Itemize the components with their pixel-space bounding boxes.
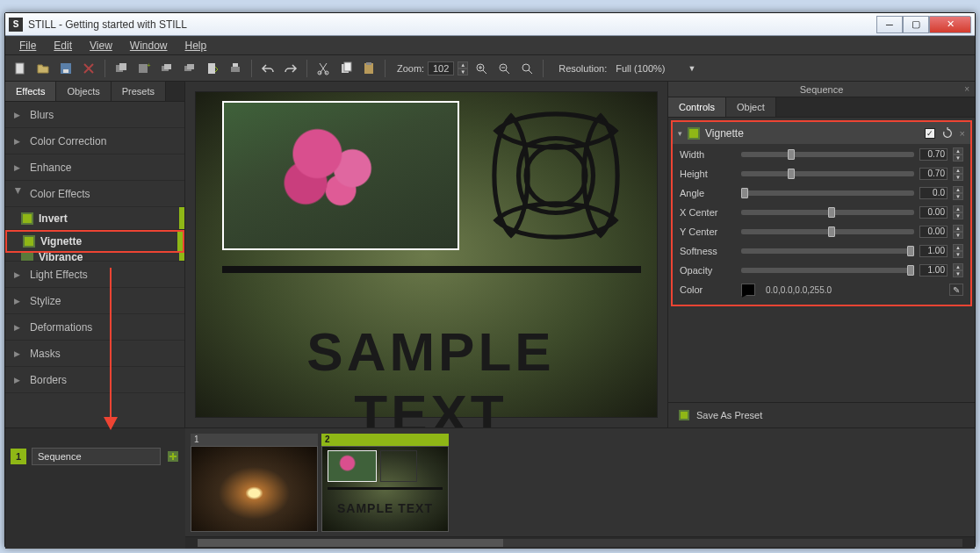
spinner-height[interactable]: ▲▼ [953,167,963,181]
zoom-out-icon[interactable] [494,59,514,78]
sequence-name-input[interactable]: Sequence [32,448,161,465]
tab-objects[interactable]: Objects [56,82,111,101]
effect-enable-checkbox[interactable]: ✓ [925,128,935,139]
slider-width[interactable] [741,152,914,157]
param-ycenter: Y Center 0.00 ▲▼ [673,222,970,241]
effect-icon [688,127,700,140]
color-swatch[interactable]: ▸ [741,284,755,296]
spinner-width[interactable]: ▲▼ [953,147,963,162]
maximize-button[interactable]: ▢ [903,16,929,33]
menu-view[interactable]: View [81,38,121,54]
export-icon[interactable] [203,59,222,78]
slider-softness[interactable] [741,248,914,254]
category-deformations[interactable]: ▶Deformations [5,314,184,341]
undo-icon[interactable] [258,59,277,78]
timeline-thumb-1[interactable]: 1 [191,434,318,532]
redo-icon[interactable] [281,59,300,78]
color-picker-icon[interactable]: ✎ [949,284,963,296]
resolution-dropdown-icon[interactable]: ▼ [688,64,695,73]
spinner-ycenter[interactable]: ▲▼ [953,225,963,239]
print-icon[interactable] [226,59,245,78]
svg-rect-30 [689,129,698,138]
spinner-angle[interactable]: ▲▼ [953,186,963,200]
effect-invert[interactable]: Invert [5,207,184,230]
category-stylize[interactable]: ▶Stylize [5,288,184,314]
svg-rect-2 [63,69,68,73]
category-light-effects[interactable]: ▶Light Effects [5,262,184,288]
resolution-value[interactable]: Full (100%) [610,61,670,75]
close-button[interactable]: ✕ [929,16,971,33]
document-preview: SAMPLE TEXT [196,92,657,417]
effect-vibrance[interactable]: Vibrance [5,253,184,262]
minimize-button[interactable]: ─ [876,16,903,33]
slider-ycenter[interactable] [741,229,914,234]
image-add-icon[interactable]: + [134,59,154,78]
copy-icon[interactable] [336,59,356,78]
svg-rect-10 [187,64,194,69]
stack2-icon[interactable] [180,59,199,78]
spinner-softness[interactable]: ▲▼ [953,244,963,258]
add-sequence-icon[interactable] [166,449,180,463]
cut-icon[interactable] [313,59,333,78]
category-masks[interactable]: ▶Masks [5,341,184,367]
slider-height[interactable] [741,171,914,176]
svg-rect-8 [164,64,171,69]
param-color: Color ▸ 0.0,0.0,0.0,255.0 ✎ [673,280,970,299]
sample-text: SAMPLE TEXT [222,320,639,427]
tab-presets[interactable]: Presets [112,82,166,101]
zoom-in-icon[interactable] [472,59,491,78]
sequence-panel-title: Sequence × [668,82,975,97]
effects-panel: Effects Objects Presets ▶Blurs ▶Color Co… [5,82,185,427]
save-as-preset-button[interactable]: Save As Preset [668,402,975,427]
category-color-correction[interactable]: ▶Color Correction [5,128,184,154]
image-sequence-icon[interactable] [112,59,131,78]
timeline-thumb-2[interactable]: 2 SAMPLE TEXT [321,434,449,532]
resolution-label: Resolution: [558,63,607,74]
menu-edit[interactable]: Edit [45,38,81,54]
preset-icon [677,408,691,422]
canvas-viewport[interactable]: SAMPLE TEXT [185,82,667,427]
open-icon[interactable] [33,59,53,78]
menu-file[interactable]: File [11,38,45,54]
zoom-value[interactable]: 102 [428,61,454,75]
slider-opacity[interactable] [741,268,914,273]
tab-object[interactable]: Object [726,97,776,117]
slider-xcenter[interactable] [741,210,914,215]
spinner-xcenter[interactable]: ▲▼ [953,205,963,219]
effect-vignette[interactable]: Vignette [5,230,184,253]
effect-header[interactable]: ▾ Vignette ✓ × [673,122,970,145]
svg-rect-13 [233,63,238,67]
category-blurs[interactable]: ▶Blurs [5,102,184,128]
svg-rect-4 [119,63,126,70]
timeline: 1 Sequence 1 2 SAMPLE TEXT [5,427,975,549]
zoom-fit-icon[interactable] [517,59,537,78]
stack-icon[interactable] [157,59,177,78]
panel-close-icon[interactable]: × [964,84,969,94]
svg-rect-0 [16,63,24,74]
sequence-number[interactable]: 1 [11,449,26,464]
new-icon[interactable] [11,59,30,78]
menu-window[interactable]: Window [121,38,177,54]
menu-help[interactable]: Help [177,38,216,54]
effect-remove-icon[interactable]: × [960,128,965,139]
delete-icon[interactable] [79,59,98,78]
category-borders[interactable]: ▶Borders [5,367,184,393]
tab-effects[interactable]: Effects [5,82,56,101]
sequence-list: 1 Sequence [5,428,185,549]
save-icon[interactable] [56,59,76,78]
svg-text:+: + [147,61,151,69]
body-area: Effects Objects Presets ▶Blurs ▶Color Co… [5,82,975,427]
title-bar: S STILL - Getting started with STILL ─ ▢… [5,13,975,36]
zoom-spinner[interactable]: ▲▼ [458,61,468,75]
param-angle: Angle 0.0 ▲▼ [673,183,970,203]
paste-icon[interactable] [359,59,378,78]
slider-angle[interactable] [741,190,914,196]
tab-controls[interactable]: Controls [668,97,726,117]
timeline-scrollbar[interactable] [185,536,975,549]
category-color-effects[interactable]: ▶Color Effects [5,181,184,207]
spinner-opacity[interactable]: ▲▼ [953,263,963,277]
param-xcenter: X Center 0.00 ▲▼ [673,203,970,222]
zoom-label: Zoom: [397,63,424,74]
effect-reset-icon[interactable] [940,126,955,140]
category-enhance[interactable]: ▶Enhance [5,154,184,181]
